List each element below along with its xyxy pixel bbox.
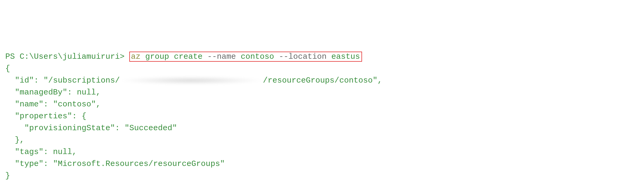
json-props-close: }, (5, 136, 24, 145)
json-name: "name": "contoso", (5, 100, 101, 109)
json-props-open: "properties": { (5, 112, 86, 121)
json-type: "type": "Microsoft.Resources/resourceGro… (5, 159, 225, 168)
command-highlight: az group create --name contoso --locatio… (129, 52, 362, 62)
cmd-val-name: contoso (241, 52, 274, 61)
json-id-tail: /resourceGroups/contoso", (263, 76, 382, 85)
cmd-val-location: eastus (331, 52, 360, 61)
json-provState: "provisioningState": "Succeeded" (5, 124, 177, 133)
ps-prompt: PS C:\Users\juliamuiruri> (5, 52, 129, 61)
redacted-subscription-id (120, 76, 263, 85)
json-id-key: "id": "/subscriptions/ (5, 76, 120, 85)
cmd-az: az (131, 52, 140, 61)
json-close: } (5, 171, 10, 180)
cmd-flag-location: --location (279, 52, 327, 61)
cmd-subcommand: group create (145, 52, 202, 61)
cmd-flag-name: --name (207, 52, 236, 61)
json-managedBy: "managedBy": null, (5, 88, 101, 97)
json-open: { (5, 64, 10, 73)
json-tags: "tags": null, (5, 147, 77, 156)
